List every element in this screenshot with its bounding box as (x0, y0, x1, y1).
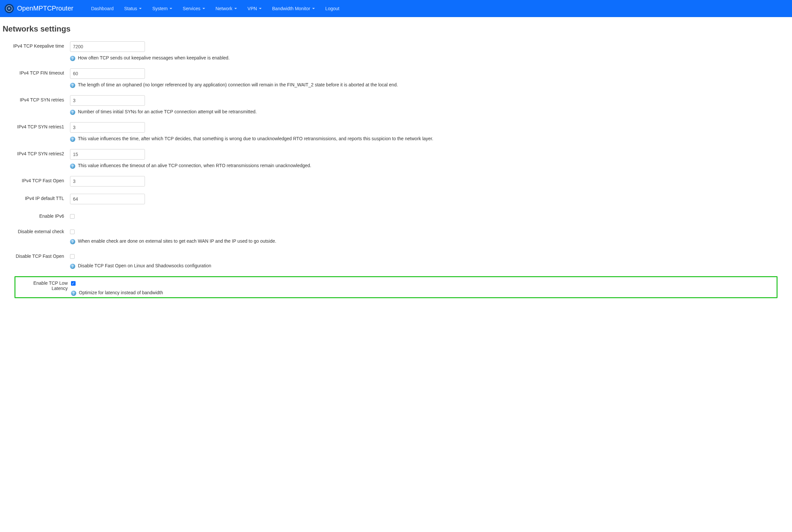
navbar: R OpenMPTCProuter Dashboard Status Syste… (0, 0, 792, 17)
help-icon: ? (70, 239, 75, 244)
page-title: Networks settings (3, 24, 789, 34)
field-fast-open: IPv4 TCP Fast Open (3, 176, 789, 187)
syn-retries2-input[interactable] (70, 149, 145, 159)
field-label: Enable IPv6 (3, 211, 70, 219)
enable-ipv6-checkbox[interactable] (70, 214, 75, 219)
help-icon: ? (70, 56, 75, 61)
fast-open-input[interactable] (70, 176, 145, 187)
fin-timeout-input[interactable] (70, 68, 145, 79)
nav-dashboard[interactable]: Dashboard (87, 3, 118, 14)
field-default-ttl: IPv4 IP default TTL (3, 194, 789, 204)
field-label: IPv4 TCP SYN retries (3, 95, 70, 102)
nav-logout[interactable]: Logout (321, 3, 344, 14)
chevron-down-icon (234, 8, 237, 9)
nav-label: Bandwidth Monitor (272, 6, 310, 11)
nav-label: Network (216, 6, 232, 11)
keepalive-input[interactable] (70, 41, 145, 52)
help-icon: ? (70, 110, 75, 115)
help-icon: ? (70, 264, 75, 269)
field-label: Disable external check (3, 227, 70, 234)
brand[interactable]: R OpenMPTCProuter (5, 4, 73, 13)
help-text: This value influences the timeout of an … (78, 163, 789, 168)
chevron-down-icon (202, 8, 205, 9)
nav-system[interactable]: System (148, 3, 177, 14)
help-text: The length of time an orphaned (no longe… (78, 82, 789, 87)
help-icon: ? (70, 137, 75, 142)
chevron-down-icon (259, 8, 262, 9)
field-syn-retries: IPv4 TCP SYN retries ? Number of times i… (3, 95, 789, 115)
content: Networks settings IPv4 TCP Keepalive tim… (0, 17, 792, 311)
nav-label: Dashboard (91, 6, 114, 11)
enable-low-latency-checkbox[interactable] (71, 281, 76, 286)
syn-retries-input[interactable] (70, 95, 145, 106)
brand-text: OpenMPTCProuter (17, 5, 73, 12)
default-ttl-input[interactable] (70, 194, 145, 204)
field-label: IPv4 TCP Fast Open (3, 176, 70, 183)
help-text: Number of times initial SYNs for an acti… (78, 109, 789, 114)
chevron-down-icon (139, 8, 142, 9)
disable-ext-check-checkbox[interactable] (70, 230, 75, 234)
nav-label: Logout (325, 6, 339, 11)
nav-services[interactable]: Services (178, 3, 210, 14)
chevron-down-icon (170, 8, 172, 9)
help-text: Optimize for latency instead of bandwidt… (79, 290, 775, 295)
field-label: IPv4 TCP SYN retries1 (3, 122, 70, 129)
chevron-down-icon (312, 8, 315, 9)
disable-tfo-checkbox[interactable] (70, 254, 75, 259)
nav-label: VPN (247, 6, 257, 11)
field-label: IPv4 TCP Keepalive time (3, 41, 70, 49)
field-label: IPv4 TCP SYN retries2 (3, 149, 70, 156)
nav-network[interactable]: Network (211, 3, 242, 14)
field-syn-retries1: IPv4 TCP SYN retries1 ? This value influ… (3, 122, 789, 142)
nav-bandwidth-monitor[interactable]: Bandwidth Monitor (268, 3, 319, 14)
nav-label: Services (183, 6, 201, 11)
nav-list: Dashboard Status System Services Network… (87, 3, 344, 14)
syn-retries1-input[interactable] (70, 122, 145, 133)
help-text: When enable check are done on external s… (78, 239, 789, 244)
field-disable-tfo: Disable TCP Fast Open ? Disable TCP Fast… (3, 251, 789, 269)
help-text: How often TCP sends out keepalive messag… (78, 55, 789, 60)
help-text: Disable TCP Fast Open on Linux and Shado… (78, 263, 789, 268)
nav-label: System (152, 6, 168, 11)
help-icon: ? (70, 83, 75, 88)
field-keepalive: IPv4 TCP Keepalive time ? How often TCP … (3, 41, 789, 61)
nav-status[interactable]: Status (119, 3, 147, 14)
field-label: Enable TCP Low Latency (17, 279, 71, 296)
field-label: Disable TCP Fast Open (3, 251, 70, 259)
field-label: IPv4 IP default TTL (3, 194, 70, 201)
field-syn-retries2: IPv4 TCP SYN retries2 ? This value influ… (3, 149, 789, 169)
help-icon: ? (70, 164, 75, 169)
highlight-box: Enable TCP Low Latency ? Optimize for la… (15, 276, 777, 298)
brand-logo-icon: R (5, 4, 14, 13)
nav-vpn[interactable]: VPN (243, 3, 266, 14)
field-enable-ipv6: Enable IPv6 (3, 211, 789, 220)
field-fin-timeout: IPv4 TCP FIN timeout ? The length of tim… (3, 68, 789, 88)
help-icon: ? (71, 291, 76, 296)
nav-label: Status (124, 6, 137, 11)
help-text: This value influences the time, after wh… (78, 136, 789, 141)
field-label: IPv4 TCP FIN timeout (3, 68, 70, 76)
field-disable-ext-check: Disable external check ? When enable che… (3, 227, 789, 244)
